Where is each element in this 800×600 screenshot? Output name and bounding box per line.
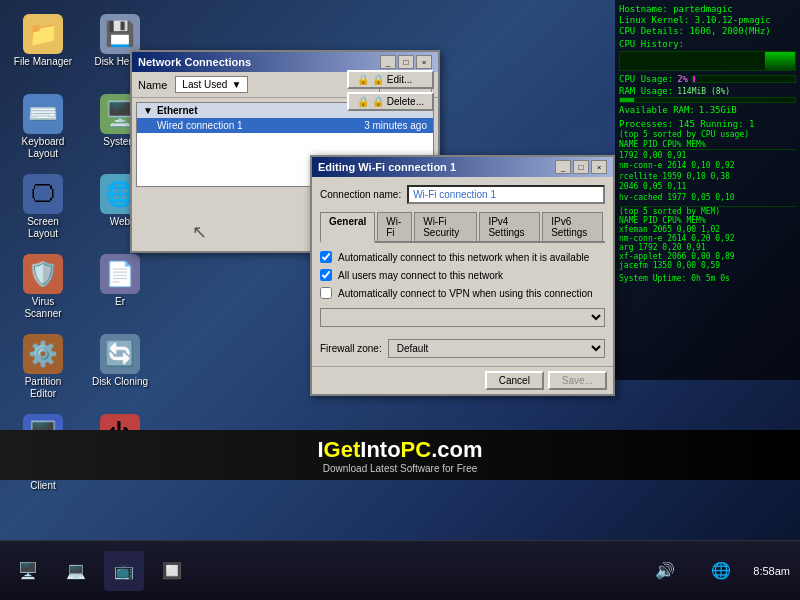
watermark-subtitle: Download Latest Software for Free	[323, 463, 478, 474]
wifi-tabs: General Wi-Fi Wi-Fi Security IPv4 Settin…	[320, 212, 605, 243]
wifi-close-button[interactable]: ×	[591, 160, 607, 174]
auto-connect-checkbox[interactable]	[320, 251, 332, 263]
wired-connection-item[interactable]: Wired connection 1 3 minutes ago	[137, 118, 433, 133]
edit-button[interactable]: 🔒 🔒 Edit...	[347, 70, 434, 89]
auto-vpn-checkbox[interactable]	[320, 287, 332, 299]
avail-ram-row: Available RAM: 1.35GiB	[619, 105, 796, 115]
net-connections-title: Network Connections	[138, 56, 251, 68]
taskbar-settings-icon[interactable]: 🔊	[645, 551, 685, 591]
all-users-row: All users may connect to this network	[320, 269, 605, 281]
desktop: 📁 File Manager 💾 Disk Health ⌨️ Keyboard…	[0, 0, 800, 540]
watermark: IGetIntoPC.com Download Latest Software …	[0, 430, 800, 480]
conn-name-label: Connection name:	[320, 189, 401, 200]
top5-label: (top 5 sorted by CPU usage)	[619, 130, 796, 139]
firewall-label: Firewall zone:	[320, 343, 382, 354]
delete-button[interactable]: 🔒 🔒 Delete...	[347, 92, 434, 111]
auto-connect-row: Automatically connect to this network wh…	[320, 251, 605, 263]
watermark-title: IGetIntoPC.com	[317, 437, 482, 463]
taskbar-items: 🖥️ 💻 📺 🔲	[0, 551, 196, 591]
cpu-usage-row: CPU Usage: 2%	[619, 74, 796, 84]
connection-name-row: Connection name:	[320, 185, 605, 204]
firewall-select[interactable]: Default	[388, 339, 605, 358]
icon-keyboard-layout[interactable]: ⌨️ Keyboard Layout	[8, 90, 78, 164]
taskbar-icon-4[interactable]: 🔲	[152, 551, 192, 591]
wifi-window-controls: _ □ ×	[555, 160, 607, 174]
tab-ipv4[interactable]: IPv4 Settings	[479, 212, 540, 241]
all-users-checkbox[interactable]	[320, 269, 332, 281]
cpu-history-label: CPU History:	[619, 39, 796, 49]
ram-usage-row: RAM Usage: 114MiB (8%)	[619, 86, 796, 96]
wifi-edit-footer: Cancel Save...	[312, 366, 613, 394]
all-users-label: All users may connect to this network	[338, 270, 503, 281]
wifi-maximize-button[interactable]: □	[573, 160, 589, 174]
cancel-button[interactable]: Cancel	[485, 371, 544, 390]
wifi-edit-content: Connection name: General Wi-Fi Wi-Fi Sec…	[312, 177, 613, 366]
wifi-edit-titlebar: Editing Wi-Fi connection 1 _ □ ×	[312, 157, 613, 177]
icon-partition-editor[interactable]: ⚙️ Partition Editor	[8, 330, 78, 404]
auto-vpn-label: Automatically connect to VPN when using …	[338, 288, 593, 299]
connection-name-input[interactable]	[407, 185, 605, 204]
icon-er[interactable]: 📄 Er	[85, 250, 155, 312]
maximize-button[interactable]: □	[398, 55, 414, 69]
icon-file-manager[interactable]: 📁 File Manager	[8, 10, 78, 72]
tab-general[interactable]: General	[320, 212, 375, 243]
system-monitor: Hostname: partedmagic Linux Kernel: 3.10…	[615, 0, 800, 380]
auto-connect-label: Automatically connect to this network wh…	[338, 252, 589, 263]
wifi-minimize-button[interactable]: _	[555, 160, 571, 174]
table-header: NAME PID CPU% MEM%	[619, 140, 796, 150]
taskbar-icon-1[interactable]: 🖥️	[8, 551, 48, 591]
lock-icon: 🔒	[357, 74, 369, 85]
tab-ipv6[interactable]: IPv6 Settings	[542, 212, 603, 241]
cpu-details-text: CPU Details: 1606, 2000(MHz)	[619, 26, 796, 36]
window-controls: _ □ ×	[380, 55, 432, 69]
tab-wifi[interactable]: Wi-Fi	[377, 212, 412, 241]
icon-screen-layout[interactable]: 🖵 Screen Layout	[8, 170, 78, 244]
auto-vpn-row: Automatically connect to VPN when using …	[320, 287, 605, 299]
tab-wifi-security[interactable]: Wi-Fi Security	[414, 212, 477, 241]
wifi-edit-window: Editing Wi-Fi connection 1 _ □ × Connect…	[310, 155, 615, 396]
close-button[interactable]: ×	[416, 55, 432, 69]
save-button[interactable]: Save...	[548, 371, 607, 390]
process-rows: 1792 0,00 0,91 nm-conn-e 2614 0,10 0,92 …	[619, 151, 796, 203]
taskbar-network-icon[interactable]: 🌐	[701, 551, 741, 591]
net-connections-titlebar: Network Connections _ □ ×	[132, 52, 438, 72]
icon-disk-cloning[interactable]: 🔄 Disk Cloning	[85, 330, 155, 392]
name-col-label: Name	[138, 79, 167, 91]
minimize-button[interactable]: _	[380, 55, 396, 69]
taskbar-icon-2[interactable]: 💻	[56, 551, 96, 591]
kernel-text: Linux Kernel: 3.10.12-pmagic	[619, 15, 796, 25]
lock-icon-2: 🔒	[357, 96, 369, 107]
icon-virus-scanner[interactable]: 🛡️ Virus Scanner	[8, 250, 78, 324]
taskbar-icon-3[interactable]: 📺	[104, 551, 144, 591]
processes-text: Processes: 145 Running: 1	[619, 119, 796, 129]
taskbar: 🖥️ 💻 📺 🔲 🔊 🌐 8:58am	[0, 540, 800, 600]
hostname-text: Hostname: partedmagic	[619, 4, 796, 14]
wifi-edit-title: Editing Wi-Fi connection 1	[318, 161, 456, 173]
taskbar-clock: 8:58am	[753, 565, 790, 577]
firewall-row: Firewall zone: Default	[320, 339, 605, 358]
vpn-select[interactable]	[320, 308, 605, 327]
last-used-dropdown[interactable]: Last Used ▼	[175, 76, 248, 93]
